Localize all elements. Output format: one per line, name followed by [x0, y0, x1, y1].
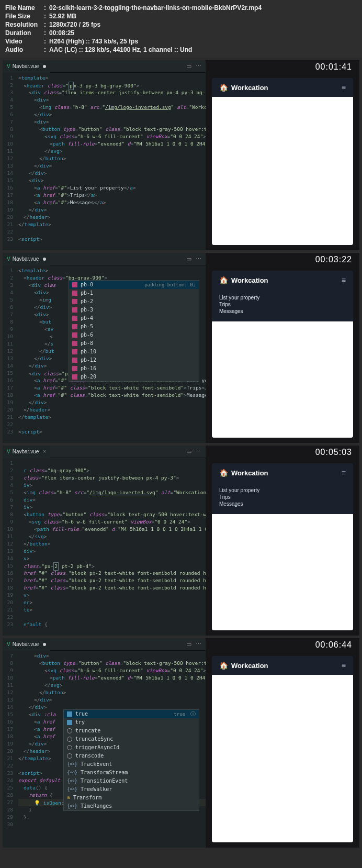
- code-area[interactable]: 1234567891011121314151617181920212223 <t…: [3, 73, 206, 250]
- method-icon: [67, 753, 72, 759]
- hamburger-menu-icon[interactable]: ≡: [342, 83, 346, 92]
- source-code[interactable]: r class="bg-gray-900"> class="flex items…: [16, 458, 206, 636]
- meta-resolution-value: 1280x720 / 25 fps: [49, 21, 100, 28]
- preview-body: [212, 675, 353, 842]
- autocomplete-popup[interactable]: truetrueⓘ try truncate truncateSync trig…: [63, 709, 199, 811]
- code-editor: V Navbar.vue ▭ ⋯ 12345678910111213141516…: [3, 60, 206, 250]
- autocomplete-item[interactable]: pb-2: [69, 297, 199, 306]
- preview-header: 🏠Workcation ≡: [212, 656, 353, 675]
- autocomplete-item[interactable]: truncateSync: [64, 735, 199, 743]
- autocomplete-item[interactable]: {⚯}TimeRanges: [64, 802, 199, 810]
- more-actions-icon[interactable]: ⋯: [196, 255, 201, 262]
- video-frame-2: V Navbar.vue ▭⋯ 123456789101112131415161…: [3, 253, 359, 443]
- more-actions-icon[interactable]: ⋯: [196, 448, 201, 455]
- source-code[interactable]: <template> <header class="px-3 py-3 bg-g…: [16, 73, 206, 250]
- method-icon: [67, 745, 72, 750]
- split-editor-icon[interactable]: ▭: [186, 641, 191, 648]
- autocomplete-item[interactable]: pb-5: [69, 322, 199, 331]
- preview-body: [212, 514, 353, 630]
- house-icon: 🏠: [219, 661, 228, 670]
- code-area[interactable]: 1234567891011121314151617181920212223 <t…: [3, 265, 206, 443]
- nav-link-trips[interactable]: Trips: [219, 494, 346, 500]
- property-icon: [72, 282, 77, 287]
- meta-filesize-label: File Size: [5, 13, 44, 20]
- autocomplete-item[interactable]: pb-16: [69, 364, 199, 373]
- meta-duration-label: Duration: [5, 29, 44, 37]
- autocomplete-item[interactable]: {⚯}TransitionEvent: [64, 777, 199, 785]
- tab-label: Navbar.vue: [13, 641, 39, 647]
- file-tab-navbar[interactable]: V Navbar.vue ×: [3, 446, 50, 458]
- preview-nav-links: List your property Trips Messages: [212, 482, 353, 514]
- close-tab-icon[interactable]: ×: [43, 449, 46, 454]
- split-editor-icon[interactable]: ▭: [186, 63, 191, 70]
- hamburger-menu-icon[interactable]: ≡: [342, 469, 346, 477]
- more-actions-icon[interactable]: ⋯: [196, 63, 201, 70]
- property-icon: [72, 349, 77, 354]
- autocomplete-item[interactable]: triggerAsyncId: [64, 743, 199, 752]
- hamburger-menu-icon[interactable]: ≡: [342, 276, 346, 284]
- preview-header: 🏠Workcation ≡: [212, 463, 353, 482]
- source-code[interactable]: <div> <button type="button" class="block…: [16, 651, 206, 848]
- autocomplete-item[interactable]: pb-1: [69, 289, 199, 297]
- file-tab-navbar[interactable]: V Navbar.vue: [3, 638, 50, 651]
- meta-filename-label: File Name: [5, 4, 44, 12]
- video-timestamp: 00:06:44: [315, 640, 352, 650]
- preview-nav-links: List your property Trips Messages: [212, 290, 353, 321]
- code-area[interactable]: 7891011121314151617181920212223242526272…: [3, 651, 206, 848]
- meta-video-label: Video: [5, 38, 44, 45]
- property-icon: [72, 291, 77, 296]
- nav-link-property[interactable]: List your property: [219, 487, 346, 493]
- autocomplete-item[interactable]: ≋Transform: [64, 794, 199, 802]
- line-number-gutter: 1234567891011121314151617181920212223: [3, 265, 16, 443]
- split-editor-icon[interactable]: ▭: [186, 448, 191, 455]
- file-tab-navbar[interactable]: V Navbar.vue: [3, 60, 50, 73]
- property-icon: [72, 358, 77, 363]
- autocomplete-item[interactable]: pb-12: [69, 356, 199, 364]
- autocomplete-item[interactable]: pb-6: [69, 331, 199, 339]
- more-actions-icon[interactable]: ⋯: [196, 641, 201, 648]
- autocomplete-popup[interactable]: pb-0padding-bottom: 0; pb-1 pb-2 pb-3 pb…: [69, 280, 199, 382]
- autocomplete-item[interactable]: transcode: [64, 752, 199, 760]
- autocomplete-item[interactable]: pb-8: [69, 339, 199, 348]
- nav-link-messages[interactable]: Messages: [219, 501, 346, 507]
- mobile-preview: 🏠Workcation ≡ List your property Trips M…: [212, 463, 353, 630]
- autocomplete-item[interactable]: pb-3: [69, 306, 199, 314]
- code-editor: V Navbar.vue × ▭⋯ 1234567891011121314151…: [3, 446, 206, 636]
- preview-body: [212, 321, 353, 438]
- line-number-gutter: 7891011121314151617181920212223242526272…: [3, 651, 16, 848]
- source-code[interactable]: <template> <header class="bg-gray-900"> …: [16, 265, 206, 443]
- autocomplete-item[interactable]: pb-20: [69, 373, 199, 381]
- code-editor: V Navbar.vue ▭⋯ 123456789101112131415161…: [3, 253, 206, 443]
- preview-header: 🏠Workcation ≡: [212, 271, 353, 290]
- file-metadata-panel: File Name:02-scikit-learn-3-2-toggling-t…: [0, 0, 362, 58]
- meta-audio-value: AAC (LC) :: 128 kb/s, 44100 Hz, 1 channe…: [49, 46, 192, 53]
- autocomplete-item[interactable]: pb-10: [69, 348, 199, 356]
- code-area[interactable]: 1234567891011121314151617181920212223 r …: [3, 458, 206, 636]
- autocomplete-item[interactable]: pb-0padding-bottom: 0;: [69, 281, 199, 289]
- vue-file-icon: V: [7, 63, 10, 69]
- brand-logo: 🏠Workcation: [219, 469, 268, 477]
- house-icon: 🏠: [219, 83, 228, 92]
- hamburger-menu-icon[interactable]: ≡: [342, 661, 346, 670]
- autocomplete-item[interactable]: truetrueⓘ: [64, 710, 199, 718]
- editor-tab-bar: V Navbar.vue ▭⋯: [3, 638, 206, 651]
- file-tab-navbar[interactable]: V Navbar.vue: [3, 253, 50, 265]
- nav-link-messages[interactable]: Messages: [219, 308, 346, 314]
- meta-filesize-value: 52.92 MB: [49, 13, 76, 20]
- meta-filename-value: 02-scikit-learn-3-2-toggling-the-navbar-…: [49, 4, 262, 12]
- editor-tab-bar: V Navbar.vue ▭ ⋯: [3, 60, 206, 73]
- property-icon: [72, 374, 77, 380]
- autocomplete-item[interactable]: try: [64, 718, 199, 727]
- autocomplete-item[interactable]: truncate: [64, 727, 199, 735]
- autocomplete-item[interactable]: pb-4: [69, 314, 199, 322]
- property-icon: [72, 316, 77, 321]
- mobile-preview: 🏠Workcation ≡: [212, 78, 353, 245]
- nav-link-property[interactable]: List your property: [219, 295, 346, 301]
- nav-link-trips[interactable]: Trips: [219, 302, 346, 307]
- line-number-gutter: 1234567891011121314151617181920212223: [3, 73, 16, 250]
- house-icon: 🏠: [219, 469, 228, 477]
- autocomplete-item[interactable]: {⚯}TrackEvent: [64, 760, 199, 769]
- autocomplete-item[interactable]: {⚯}TransformStream: [64, 769, 199, 777]
- autocomplete-item[interactable]: {⚯}TreeWalker: [64, 785, 199, 794]
- split-editor-icon[interactable]: ▭: [186, 255, 191, 262]
